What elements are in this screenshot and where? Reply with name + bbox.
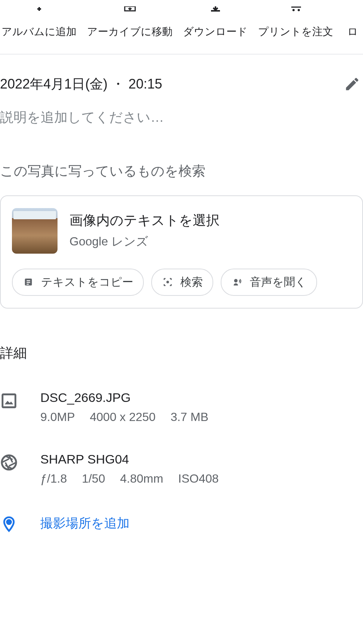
action-label: アルバムに追加 (1, 25, 77, 39)
date-row: 2022年4月1日(金) ・ 20:15 (0, 75, 363, 93)
download-button[interactable]: ダウンロード (183, 0, 248, 39)
add-to-album-button[interactable]: アルバムに追加 (1, 0, 77, 39)
camera-model: SHARP SHG04 (40, 452, 219, 467)
file-detail-content: DSC_2669.JPG 9.0MP 4000 x 2250 3.7 MB (40, 390, 208, 424)
text-icon (22, 276, 34, 288)
search-chip[interactable]: 検索 (151, 269, 213, 296)
details-section: 詳細 DSC_2669.JPG 9.0MP 4000 x 2250 3.7 MB… (0, 344, 363, 533)
archive-button[interactable]: アーカイブに移動 (87, 0, 173, 39)
add-album-icon (30, 0, 48, 18)
image-icon (0, 392, 18, 410)
lens-card: 画像内のテキストを選択 Google レンズ テキストをコピー 検索 (0, 195, 363, 309)
camera-meta: ƒ/1.8 1/50 4.80mm ISO408 (40, 472, 219, 486)
action-bar: アルバムに追加 アーカイブに移動 ダウンロード プリントを注文 ロ (0, 0, 363, 54)
download-icon (207, 0, 224, 18)
lock-icon (344, 0, 362, 18)
details-title: 詳細 (0, 344, 363, 362)
svg-point-8 (7, 520, 10, 524)
file-megapixels: 9.0MP (40, 410, 75, 424)
listen-chip[interactable]: 音声を聞く (221, 269, 317, 296)
camera-iso: ISO408 (178, 472, 219, 486)
svg-point-2 (298, 9, 300, 11)
lens-section-title: この写真に写っているものを検索 (0, 162, 363, 180)
file-size: 3.7 MB (171, 410, 208, 424)
file-name: DSC_2669.JPG (40, 390, 208, 405)
camera-focal: 4.80mm (120, 472, 163, 486)
file-dimensions: 4000 x 2250 (90, 410, 155, 424)
action-label: ロ (347, 25, 358, 39)
lens-sub-text: Google レンズ (69, 233, 220, 250)
camera-detail-row: SHARP SHG04 ƒ/1.8 1/50 4.80mm ISO408 (0, 452, 363, 486)
chip-label: 音声を聞く (250, 275, 307, 290)
lens-section: この写真に写っているものを検索 画像内のテキストを選択 Google レンズ テ… (0, 162, 363, 309)
add-location-text: 撮影場所を追加 (40, 515, 130, 532)
copy-text-chip[interactable]: テキストをコピー (12, 269, 144, 296)
action-label: アーカイブに移動 (87, 25, 173, 39)
description-input[interactable]: 説明を追加してください… (0, 108, 363, 127)
file-meta: 9.0MP 4000 x 2250 3.7 MB (40, 410, 208, 424)
lens-main-text: 画像内のテキストを選択 (69, 211, 220, 230)
action-label: プリントを注文 (258, 25, 333, 39)
lens-chips: テキストをコピー 検索 音声を聞く (12, 269, 351, 296)
lens-text-group: 画像内のテキストを選択 Google レンズ (69, 211, 220, 250)
action-label: ダウンロード (183, 25, 248, 39)
cart-icon (287, 0, 305, 18)
svg-point-1 (292, 9, 295, 11)
lens-main-row[interactable]: 画像内のテキストを選択 Google レンズ (12, 208, 351, 254)
file-detail-row: DSC_2669.JPG 9.0MP 4000 x 2250 3.7 MB (0, 390, 363, 424)
svg-rect-6 (3, 394, 16, 408)
edit-date-button[interactable] (343, 75, 361, 93)
camera-shutter: 1/50 (82, 472, 105, 486)
svg-point-4 (167, 281, 169, 284)
aperture-icon (0, 453, 18, 471)
search-lens-icon (162, 276, 174, 288)
speaker-icon (231, 276, 243, 288)
camera-detail-content: SHARP SHG04 ƒ/1.8 1/50 4.80mm ISO408 (40, 452, 219, 486)
location-pin-icon (0, 515, 18, 533)
chip-label: テキストをコピー (41, 275, 133, 290)
lock-button[interactable]: ロ (344, 0, 362, 39)
info-section: 2022年4月1日(金) ・ 20:15 説明を追加してください… (0, 55, 363, 127)
lens-thumbnail (12, 208, 58, 254)
camera-aperture: ƒ/1.8 (40, 472, 67, 486)
svg-point-5 (234, 279, 238, 282)
print-button[interactable]: プリントを注文 (258, 0, 333, 39)
archive-icon (121, 0, 139, 18)
chip-label: 検索 (180, 275, 203, 290)
add-location-button[interactable]: 撮影場所を追加 (0, 514, 363, 533)
photo-datetime: 2022年4月1日(金) ・ 20:15 (0, 75, 162, 93)
